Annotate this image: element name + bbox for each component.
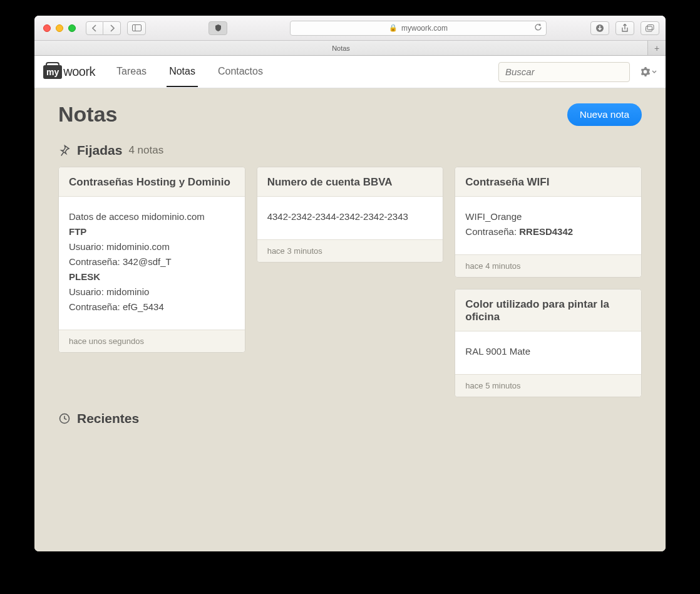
tab-label: Notas — [332, 44, 350, 52]
clock-icon — [58, 412, 71, 425]
recent-section-header: Recientes — [58, 411, 642, 426]
svg-rect-0 — [132, 25, 141, 31]
gear-icon — [640, 66, 651, 77]
download-icon — [595, 24, 604, 33]
note-card[interactable]: Color utilizado para pintar la oficina R… — [455, 289, 642, 397]
nav-notas[interactable]: Notas — [167, 57, 198, 87]
note-title: Color utilizado para pintar la oficina — [455, 289, 641, 331]
pinned-count: 4 notas — [128, 144, 163, 157]
app-logo[interactable]: my woork — [43, 65, 95, 79]
search-input[interactable] — [498, 62, 630, 82]
share-icon — [621, 24, 629, 33]
chevron-left-icon — [92, 24, 97, 32]
minimize-window-button[interactable] — [56, 24, 63, 32]
downloads-button[interactable] — [590, 21, 609, 35]
note-timestamp: hace unos segundos — [59, 330, 245, 352]
window-controls — [43, 24, 76, 32]
svg-rect-3 — [646, 26, 652, 31]
svg-rect-4 — [647, 24, 654, 29]
new-note-button[interactable]: Nueva nota — [567, 103, 642, 126]
browser-toolbar: 🔒 mywoork.com — [34, 16, 666, 41]
note-title: Numero de cuenta BBVA — [257, 167, 443, 197]
back-button[interactable] — [86, 21, 103, 35]
nav-buttons — [86, 21, 121, 35]
pin-icon — [58, 144, 71, 157]
share-button[interactable] — [615, 21, 634, 35]
tabs-icon — [646, 24, 654, 32]
pinned-label: Fijadas — [77, 143, 122, 158]
address-bar[interactable]: 🔒 mywoork.com — [290, 21, 547, 36]
nav-contactos[interactable]: Contactos — [215, 57, 265, 87]
browser-tab[interactable]: Notas — [34, 41, 648, 55]
sidebar-toggle-button[interactable] — [127, 21, 146, 35]
page-content: Notas Nueva nota Fijadas 4 notas Contras… — [34, 88, 666, 449]
note-card[interactable]: Contraseñas Hosting y Dominio Datos de a… — [58, 167, 245, 353]
reload-icon — [534, 23, 542, 31]
logo-badge: my — [43, 65, 62, 79]
sidebar-icon — [132, 24, 142, 31]
chevron-right-icon — [110, 24, 115, 32]
note-title: Contraseñas Hosting y Dominio — [59, 167, 245, 197]
pinned-section-header: Fijadas 4 notas — [58, 143, 642, 158]
note-body: RAL 9001 Mate — [455, 331, 641, 374]
nav-tareas[interactable]: Tareas — [114, 57, 149, 87]
url-text: mywoork.com — [401, 24, 448, 33]
browser-window: 🔒 mywoork.com Notas + my — [34, 16, 666, 551]
note-card[interactable]: Numero de cuenta BBVA 4342-2342-2344-234… — [257, 167, 444, 263]
note-timestamp: hace 4 minutos — [455, 254, 641, 277]
settings-menu-button[interactable] — [640, 66, 657, 77]
maximize-window-button[interactable] — [68, 24, 76, 32]
tabs-button[interactable] — [641, 21, 659, 35]
reload-button[interactable] — [534, 23, 542, 33]
note-body: WIFI_OrangeContraseña: RRESD4342 — [455, 197, 641, 254]
lock-icon: 🔒 — [389, 24, 398, 32]
app-header: my woork Tareas Notas Contactos — [34, 56, 666, 88]
shield-icon — [214, 24, 222, 32]
logo-text: woork — [63, 65, 95, 79]
main-nav: Tareas Notas Contactos — [114, 57, 265, 87]
recent-label: Recientes — [77, 411, 139, 426]
note-body: Datos de acceso midominio.comFTPUsuario:… — [59, 197, 245, 330]
note-body: 4342-2342-2344-2342-2342-2343 — [257, 197, 443, 239]
chevron-down-icon — [652, 70, 657, 74]
forward-button[interactable] — [103, 21, 121, 35]
note-timestamp: hace 5 minutos — [455, 374, 641, 397]
browser-tabbar: Notas + — [34, 41, 666, 56]
reader-button[interactable] — [208, 21, 227, 35]
note-timestamp: hace 3 minutos — [257, 239, 443, 262]
new-tab-button[interactable]: + — [648, 41, 666, 55]
page-title: Notas — [58, 102, 117, 127]
page-header: Notas Nueva nota — [58, 102, 642, 127]
app-viewport: my woork Tareas Notas Contactos Notas Nu… — [34, 56, 666, 551]
close-window-button[interactable] — [43, 24, 51, 32]
note-card[interactable]: Contraseña WIFI WIFI_OrangeContraseña: R… — [455, 167, 642, 278]
toolbar-right — [590, 21, 659, 35]
notes-grid: Contraseñas Hosting y Dominio Datos de a… — [58, 167, 642, 397]
note-title: Contraseña WIFI — [455, 167, 641, 197]
